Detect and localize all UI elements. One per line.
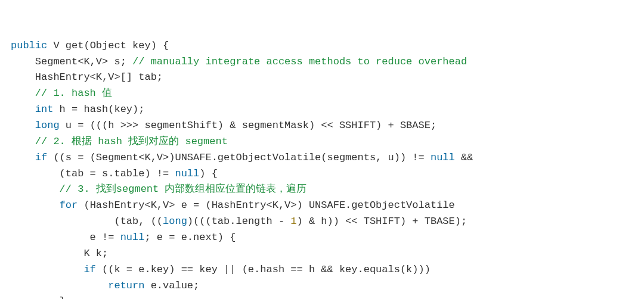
- code-line: long u = (((h >>> segmentShift) & segmen…: [11, 120, 436, 131]
- code-line: public V get(Object key) {: [11, 40, 169, 51]
- code-text: ) {: [199, 168, 218, 179]
- keyword-null: null: [431, 152, 455, 163]
- keyword-long: long: [35, 120, 60, 131]
- code-line: if ((s = (Segment<K,V>)UNSAFE.getObjectV…: [11, 152, 473, 163]
- code-text: h = hash(key);: [53, 104, 144, 115]
- code-line: if ((k = e.key) == key || (e.hash == h &…: [11, 264, 431, 275]
- code-text: V get(Object key) {: [47, 40, 169, 51]
- code-line: K k;: [11, 248, 108, 259]
- code-text: ) & h)) << TSHIFT) + TBASE);: [297, 216, 467, 227]
- code-line: // 3. 找到segment 内部数组相应位置的链表，遍历: [11, 183, 306, 195]
- code-text: u = (((h >>> segmentShift) & segmentMask…: [60, 120, 437, 131]
- code-text: )(((tab.length -: [187, 216, 290, 227]
- code-text: (tab = s.table) !=: [11, 168, 175, 179]
- code-text: [11, 280, 108, 291]
- code-text: e.value;: [144, 280, 199, 291]
- code-line: // 2. 根据 hash 找到对应的 segment: [11, 136, 228, 147]
- code-line: e != null; e = e.next) {: [11, 232, 236, 243]
- code-line: }: [11, 295, 66, 299]
- comment: // manually integrate access methods to …: [132, 56, 467, 67]
- code-line: return e.value;: [11, 280, 199, 291]
- code-text: e !=: [11, 232, 120, 243]
- code-text: K k;: [11, 248, 108, 259]
- comment: // 3. 找到segment 内部数组相应位置的链表，遍历: [11, 183, 306, 195]
- code-block: public V get(Object key) { Segment<K,V> …: [11, 38, 633, 299]
- keyword-if: if: [35, 152, 47, 163]
- code-text: (HashEntry<K,V> e = (HashEntry<K,V>) UNS…: [78, 200, 455, 211]
- code-text: &&: [455, 152, 473, 163]
- code-text: Segment<K,V> s;: [11, 56, 132, 67]
- code-line: for (HashEntry<K,V> e = (HashEntry<K,V>)…: [11, 200, 455, 211]
- comment: // 1. hash 值: [11, 88, 112, 99]
- code-text: }: [11, 295, 66, 299]
- code-text: [11, 152, 35, 163]
- number: 1: [290, 216, 296, 227]
- code-line: // 1. hash 值: [11, 88, 112, 99]
- keyword-long: long: [163, 216, 187, 227]
- keyword-null: null: [120, 232, 145, 243]
- keyword-return: return: [108, 280, 144, 291]
- code-text: ((s = (Segment<K,V>)UNSAFE.getObjectVola…: [47, 152, 431, 163]
- code-text: ; e = e.next) {: [144, 232, 236, 243]
- keyword-public: public: [11, 40, 47, 51]
- code-text: HashEntry<K,V>[] tab;: [11, 71, 163, 83]
- code-line: (tab = s.table) != null) {: [11, 168, 218, 179]
- code-line: int h = hash(key);: [11, 104, 144, 115]
- code-line: HashEntry<K,V>[] tab;: [11, 71, 163, 83]
- code-text: [11, 120, 35, 131]
- keyword-if: if: [83, 264, 95, 275]
- code-line: Segment<K,V> s; // manually integrate ac…: [11, 56, 467, 67]
- code-text: ((k = e.key) == key || (e.hash == h && k…: [96, 264, 431, 275]
- keyword-for: for: [60, 200, 78, 211]
- comment: // 2. 根据 hash 找到对应的 segment: [11, 136, 228, 147]
- code-text: [11, 264, 83, 275]
- code-line: (tab, ((long)(((tab.length - 1) & h)) <<…: [11, 216, 467, 227]
- code-text: [11, 104, 35, 115]
- keyword-int: int: [35, 104, 54, 115]
- keyword-null: null: [175, 168, 199, 179]
- code-text: [11, 200, 60, 211]
- code-text: (tab, ((: [11, 216, 163, 227]
